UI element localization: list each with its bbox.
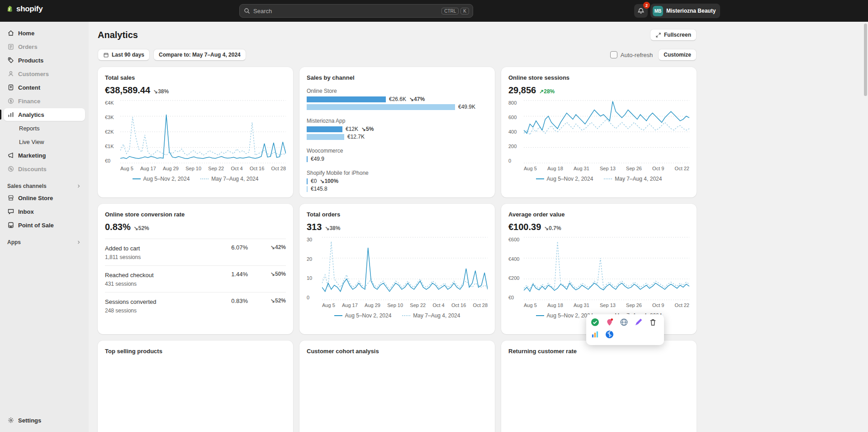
x-tick-label: Oct 22 [675,302,689,308]
metric-title[interactable]: Customer cohort analysis [307,348,379,355]
sidebar-item-analytics[interactable]: Analytics [4,108,85,121]
legend-comparison: May 7–Aug 4, 2024 [402,312,460,319]
y-tick-label: 30 [307,237,322,242]
check-icon[interactable] [591,318,599,326]
fullscreen-label: Fullscreen [664,32,691,38]
metric-title[interactable]: Returning customer rate [508,348,577,355]
x-tick-label: Sep 22 [208,166,224,171]
shopify-logo[interactable]: shopify [6,5,43,14]
sidebar-item-products[interactable]: Products [4,54,85,67]
x-axis-labels: Aug 5Aug 17Aug 29Sep 10Sep 22Oct 4Oct 16… [322,302,488,308]
y-tick-label: €400 [508,256,524,262]
metric-title[interactable]: Average order value [508,211,565,218]
total-sales-line-chart [120,100,286,163]
x-tick-label: Aug 18 [547,302,563,308]
y-tick-label: €200 [508,275,524,281]
apps-header[interactable]: Apps [7,239,81,245]
sidebar-item-label: Analytics [18,111,44,118]
bar-value: €12.7K [347,134,365,140]
sidebar-item-settings[interactable]: Settings [4,414,85,427]
x-axis-labels: Aug 5Aug 18Aug 31Sep 13Sep 26Oct 9Oct 22 [524,166,689,171]
sidebar-item-discounts[interactable]: Discounts [4,163,85,175]
funnel-delta: ↘52% [248,298,286,304]
topbar: shopify Search CTRL K 2 MB Misteriozna B… [0,0,868,22]
sidebar-item-marketing[interactable]: Marketing [4,149,85,162]
y-tick-label: 400 [508,129,524,134]
metric-value: 29,856 [508,85,536,96]
gear-icon [7,417,14,424]
pen-icon[interactable] [634,318,643,326]
auto-refresh-checkbox[interactable] [610,51,617,58]
x-tick-label: Aug 29 [163,166,179,171]
aov-line-chart [524,237,689,300]
stats-icon[interactable] [591,330,599,339]
compare-to-button[interactable]: Compare to: May 7–Aug 4, 2024 [153,49,246,61]
scrollbar-thumb[interactable] [864,24,867,96]
funnel-step-label: Added to cart [105,245,140,252]
x-tick-label: Oct 4 [432,302,444,308]
customize-label: Customize [664,52,691,58]
channel-name: Misteriozna App [307,118,488,124]
channel-group: Woocommerce€49.9 [307,148,488,162]
y-tick-label: 0 [508,158,524,163]
discounts-icon [7,165,14,173]
notifications-button[interactable]: 2 [634,4,648,18]
bluetooth-icon[interactable] [605,330,614,339]
x-tick-label: Oct 22 [675,166,689,171]
x-tick-label: Aug 17 [342,302,358,308]
y-tick-label: €1K [105,144,120,149]
current-bar [307,96,386,102]
funnel-row-added-to-cart: Added to cart1,811 sessions 6.07% ↘42% [105,239,286,265]
bar-value: €12K [346,126,358,132]
sidebar-item-finance[interactable]: Finance [4,95,85,107]
y-tick-label: €3K [105,115,120,120]
metric-title[interactable]: Total orders [307,211,340,218]
y-tick-label: €0 [105,158,120,163]
metric-title[interactable]: Online store conversion rate [105,211,185,218]
globe-icon[interactable] [620,318,628,326]
metric-title[interactable]: Sales by channel [307,74,355,81]
metric-title[interactable]: Online store sessions [508,74,569,81]
x-tick-label: Sep 10 [185,166,201,171]
x-tick-label: Sep 10 [387,302,403,308]
y-tick-label: €4K [105,100,120,106]
orders-icon [7,43,14,50]
x-tick-label: Oct 9 [652,166,664,171]
metric-value: 313 [307,222,322,232]
sidebar-item-live-view[interactable]: Live View [4,135,85,148]
sales-channels-header[interactable]: Sales channels [7,183,81,189]
sidebar-item-reports[interactable]: Reports [4,122,85,134]
current-bar-row: €49.9 [307,156,488,162]
sidebar-item-orders[interactable]: Orders [4,40,85,53]
fullscreen-button[interactable]: Fullscreen [650,29,697,41]
x-tick-label: Oct 28 [473,302,488,308]
metric-title[interactable]: Total sales [105,74,135,81]
x-tick-label: Oct 16 [451,302,466,308]
customize-button[interactable]: Customize [658,49,697,61]
sidebar-item-inbox[interactable]: Inbox [4,205,85,218]
search-input[interactable]: Search CTRL K [239,4,473,18]
compare-label: Compare to: May 7–Aug 4, 2024 [159,52,241,58]
metric-title[interactable]: Top selling products [105,348,162,355]
channel-name: Woocommerce [307,148,488,154]
date-range-button[interactable]: Last 90 days [98,49,150,61]
bar-value: €49.9 [311,156,324,162]
sidebar-item-label: Home [18,30,34,37]
sidebar-item-online-store[interactable]: Online Store [4,192,85,204]
orders-line-chart [322,237,488,300]
sidebar-item-customers[interactable]: Customers [4,67,85,80]
current-bar [307,126,342,132]
trash-icon[interactable] [649,318,657,326]
sidebar-item-content[interactable]: Content [4,81,85,94]
account-menu[interactable]: MB Misteriozna Beauty [650,4,720,18]
comparison-bar-row: €12.7K [307,134,488,140]
pin-icon[interactable] [605,318,614,326]
x-tick-label: Aug 31 [574,302,589,308]
metric-delta: ↗28% [539,88,555,95]
sidebar-item-point-of-sale[interactable]: Point of Sale [4,219,85,231]
sidebar-item-home[interactable]: Home [4,27,85,39]
x-tick-label: Oct 16 [250,166,264,171]
y-axis-labels: €600€400€200€0 [508,237,524,300]
x-tick-label: Sep 26 [626,166,642,171]
bar-value: €26.6K [389,96,406,102]
